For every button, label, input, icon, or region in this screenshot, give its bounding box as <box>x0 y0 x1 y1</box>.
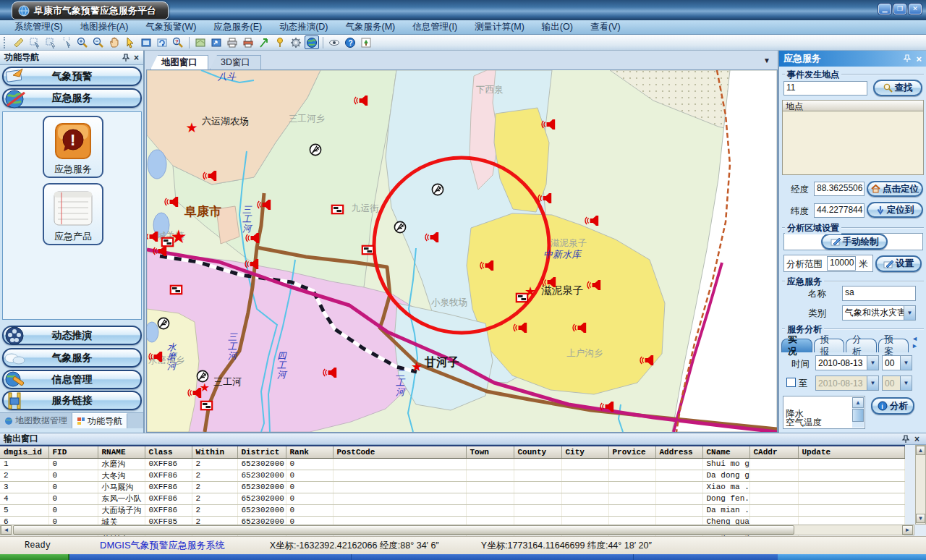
column-header[interactable]: Update <box>798 446 904 458</box>
date-select[interactable]: 2010-08-13▼ <box>815 355 879 370</box>
pin-icon[interactable] <box>901 435 910 444</box>
click-locate-button[interactable]: 点击定位 <box>867 181 923 197</box>
close-icon[interactable]: × <box>134 53 139 63</box>
select-box-icon[interactable] <box>43 35 58 49</box>
column-header[interactable]: Provice <box>608 446 655 458</box>
zoom-in-icon[interactable] <box>75 35 90 49</box>
sidebar-item-emergency-service[interactable]: 应急服务 <box>2 88 142 108</box>
latitude-input[interactable]: 44.2277844 <box>814 203 865 218</box>
column-header[interactable]: Town <box>466 446 514 458</box>
layers-icon[interactable] <box>193 35 208 49</box>
place-list[interactable] <box>782 111 924 175</box>
element-listbox[interactable]: 降水 空气温度 ▲ <box>783 396 865 429</box>
tab-map-window[interactable]: 地图窗口 <box>150 55 208 69</box>
chevron-down-icon[interactable]: ▼ <box>900 356 912 370</box>
table-row[interactable]: 10水磨沟0XFF8626523020000Shui mo gou <box>0 458 904 470</box>
to-checkbox[interactable] <box>786 378 796 387</box>
tab-scroll-icons[interactable]: ◄ ► <box>910 335 926 352</box>
globe-icon[interactable] <box>305 35 319 49</box>
menu-item[interactable]: 气象服务(M) <box>337 20 404 34</box>
column-header[interactable]: FID <box>48 446 98 458</box>
date-to-select[interactable]: 2010-08-13▼ <box>815 376 879 391</box>
column-header[interactable]: CAddr <box>749 446 798 458</box>
identify-icon[interactable]: ? <box>171 35 185 49</box>
sidebar-item-info-management[interactable]: 信息管理 <box>2 370 142 389</box>
column-header[interactable]: CName <box>702 446 749 458</box>
tab-live[interactable]: 实况 <box>781 339 812 352</box>
analyze-button[interactable]: i 分析 <box>871 397 914 415</box>
table-vertical-scrollbar[interactable]: ▲ ▼ <box>915 445 926 525</box>
hour-select[interactable]: 00▼ <box>882 355 912 370</box>
pin-icon[interactable] <box>122 54 130 62</box>
emergency-product-button[interactable]: 应急产品 <box>43 183 103 245</box>
table-row[interactable]: 50大面场子沟0XFF8626523020000Da mian ... <box>0 504 904 516</box>
column-header[interactable]: RNAME <box>98 446 145 458</box>
column-header[interactable]: dmgis_id <box>0 446 48 458</box>
select-lasso-icon[interactable] <box>27 35 42 49</box>
menu-item[interactable]: 查看(V) <box>582 20 629 34</box>
range-input[interactable]: 10000 <box>827 256 856 271</box>
tab-3d-window[interactable]: 3D窗口 <box>210 55 261 69</box>
close-icon[interactable]: × <box>914 434 919 444</box>
place-list-header[interactable]: 地点 <box>782 100 924 111</box>
placemark-icon[interactable] <box>273 35 287 49</box>
minimize-button[interactable]: ▁ <box>878 4 891 14</box>
tab-analysis[interactable]: 分析 <box>846 339 877 352</box>
emergency-service-button[interactable]: ! 应急服务 <box>43 116 103 178</box>
listbox-scrollbar[interactable]: ▲ <box>852 397 864 428</box>
column-header[interactable]: Address <box>655 446 702 458</box>
help-icon[interactable]: ? <box>343 35 357 49</box>
print-icon[interactable] <box>225 35 239 49</box>
zoom-out-icon[interactable] <box>91 35 106 49</box>
menu-item[interactable]: 测量计算(M) <box>466 20 533 34</box>
type-select[interactable]: 气象和洪水灾害▼ <box>842 305 916 321</box>
sidebar-item-weather-service[interactable]: 气象服务 <box>2 348 142 368</box>
column-header[interactable]: Class <box>145 446 192 458</box>
print-setup-icon[interactable] <box>241 35 255 49</box>
scrollbar-thumb[interactable] <box>13 525 794 535</box>
hour-to-select[interactable]: 00▼ <box>882 376 912 391</box>
location-search-input[interactable]: 11 <box>783 81 867 96</box>
range-set-button[interactable]: 设置 <box>875 255 922 272</box>
menu-item[interactable]: 动态推演(D) <box>271 20 336 34</box>
tab-forecast[interactable]: 预报 <box>814 339 845 352</box>
table-row[interactable]: 40东风一小队0XFF8626523020000Dong fen... <box>0 493 904 504</box>
menu-item[interactable]: 应急服务(E) <box>205 20 271 34</box>
tab-map-data-management[interactable]: 地图数据管理 <box>0 413 72 428</box>
map-tab-dropdown-icon[interactable]: ▼ <box>763 56 770 64</box>
close-button[interactable]: ✕ <box>909 4 922 14</box>
close-icon[interactable]: × <box>916 54 922 64</box>
chevron-down-icon[interactable]: ▼ <box>904 306 915 320</box>
sidebar-item-weather-warning[interactable]: 气象预警 <box>2 67 142 86</box>
eye-icon[interactable] <box>327 35 341 49</box>
table-horizontal-scrollbar[interactable]: ◄ ► <box>0 525 914 535</box>
pin-icon[interactable] <box>903 54 912 63</box>
redline-icon[interactable] <box>257 35 271 49</box>
toolbar-grip[interactable] <box>4 37 8 48</box>
longitude-input[interactable]: 88.3625506 <box>814 182 865 196</box>
map-canvas[interactable]: 八斗六运湖农场三工河乡下西泉阜康市城关镇九运街滋泥泉子中新水库滋泥泉子小泉牧场上… <box>146 69 778 433</box>
column-header[interactable]: County <box>514 446 561 458</box>
tab-plan[interactable]: 预案 <box>878 339 909 352</box>
measure-icon[interactable] <box>12 35 26 49</box>
column-header[interactable]: Within <box>192 446 237 458</box>
refresh-icon[interactable] <box>155 35 169 49</box>
locate-to-button[interactable]: 定位到 <box>867 202 923 218</box>
full-extent-icon[interactable] <box>139 35 153 49</box>
legend-icon[interactable] <box>359 35 373 49</box>
chevron-down-icon[interactable]: ▼ <box>867 356 878 370</box>
settings-icon[interactable] <box>289 35 303 49</box>
menu-item[interactable]: 输出(O) <box>533 20 582 34</box>
search-button[interactable]: 查找 <box>873 80 922 96</box>
manual-draw-button[interactable]: 手动绘制 <box>821 234 888 250</box>
service-name-input[interactable]: sa <box>842 286 916 301</box>
table-row[interactable]: 20大冬沟0XFF8626523020000Da dong gou <box>0 470 904 481</box>
sidebar-item-service-link[interactable]: 服务链接 <box>2 391 142 410</box>
sidebar-item-dynamic-deduction[interactable]: 动态推演 <box>2 326 142 345</box>
restore-button[interactable]: ❐ <box>893 4 906 14</box>
pointer-icon[interactable] <box>123 35 137 49</box>
column-header[interactable]: City <box>561 446 608 458</box>
menu-item[interactable]: 信息管理(I) <box>404 20 466 34</box>
column-header[interactable]: District <box>237 446 286 458</box>
pan-icon[interactable] <box>107 35 122 49</box>
